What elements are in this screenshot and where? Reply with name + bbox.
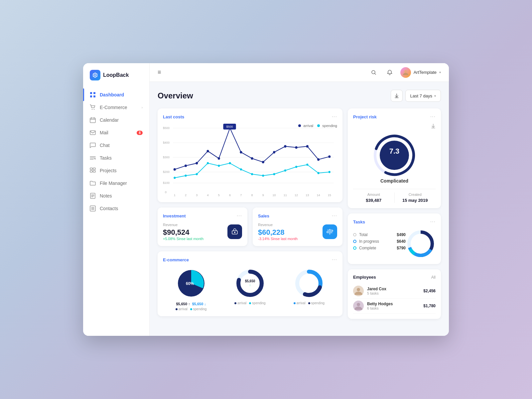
svg-text:↑: ↑	[249, 284, 251, 287]
svg-text:10: 10	[273, 193, 276, 197]
sidebar-item-ecommerce[interactable]: E-Commerce ›	[83, 101, 149, 114]
chart-legend: arrival spending	[298, 124, 337, 128]
svg-point-52	[284, 170, 286, 172]
svg-text:14: 14	[317, 193, 320, 197]
svg-text:$500: $500	[226, 125, 233, 128]
employee-avatar-2	[353, 301, 364, 311]
sidebar-item-label: E-Commerce	[100, 105, 127, 110]
sidebar-item-notes[interactable]: Notes	[83, 190, 149, 202]
sales-menu[interactable]: ···	[332, 213, 337, 219]
ecommerce-title: E-commerce	[163, 257, 189, 262]
logo[interactable]: LoopBack	[83, 63, 149, 86]
sidebar-item-label: Projects	[100, 168, 117, 173]
main-area: ≡ Ar	[150, 63, 449, 336]
svg-text:13: 13	[306, 193, 309, 197]
sidebar-item-contacts[interactable]: Contacts	[83, 202, 149, 215]
svg-point-53	[295, 166, 297, 168]
total-dot	[353, 233, 356, 236]
sidebar-item-label: Tasks	[100, 155, 112, 161]
svg-text:4: 4	[207, 193, 209, 197]
investment-menu[interactable]: ···	[237, 213, 242, 219]
user-name: ArtTemplate	[414, 70, 437, 75]
sales-value: $60,228	[258, 228, 298, 237]
sidebar: LoopBack Dashboard E-Commerce ›	[83, 63, 150, 336]
download-button[interactable]	[391, 90, 403, 102]
chat-icon	[90, 142, 96, 148]
tasks-donut	[406, 229, 436, 259]
employee-avatar-1	[353, 286, 364, 296]
svg-text:8: 8	[251, 193, 253, 197]
project-risk-menu[interactable]: ···	[430, 114, 436, 120]
notification-button[interactable]	[384, 67, 395, 78]
mail-badge: 8	[137, 131, 143, 135]
content-header: Overview Last 7 days ▾	[158, 90, 441, 102]
investment-title: Investment	[163, 213, 186, 218]
svg-text:12: 12	[295, 193, 298, 197]
mail-icon	[90, 130, 96, 136]
svg-rect-8	[90, 168, 92, 170]
svg-point-63	[240, 151, 242, 154]
project-risk-title: Project risk	[353, 114, 377, 119]
hamburger-button[interactable]: ≡	[158, 69, 161, 76]
svg-point-44	[196, 173, 198, 176]
employees-title: Employees	[353, 275, 376, 280]
svg-text:9: 9	[262, 193, 264, 197]
ecommerce-menu[interactable]: ···	[332, 257, 337, 263]
investment-card: Investment ··· Revenue $90,524 +5.08% Si…	[158, 207, 247, 246]
last-costs-menu[interactable]: ···	[332, 114, 337, 120]
svg-point-49	[251, 173, 253, 176]
ecomm-chart-3: arrival spending	[281, 267, 337, 311]
investment-revenue-label: Revenue	[163, 223, 203, 227]
employee-amount-2: $1,780	[423, 304, 436, 308]
folder-icon	[90, 180, 96, 186]
svg-point-60	[207, 150, 209, 153]
svg-point-47	[229, 162, 231, 165]
period-selector[interactable]: Last 7 days ▾	[405, 90, 441, 102]
svg-point-94	[357, 288, 360, 291]
chevron-right-icon: ›	[142, 106, 143, 109]
sidebar-item-tasks[interactable]: Tasks	[83, 152, 149, 164]
period-chevron: ▾	[434, 94, 436, 98]
sidebar-item-label: Notes	[100, 193, 112, 199]
top-header: ≡ Ar	[150, 63, 449, 82]
ecommerce-card: E-commerce ··· 60%	[158, 251, 342, 316]
svg-point-4	[92, 109, 92, 110]
sidebar-item-projects[interactable]: Projects	[83, 164, 149, 177]
svg-text:$200: $200	[163, 170, 170, 174]
header-actions: Last 7 days ▾	[391, 90, 441, 102]
search-button[interactable]	[368, 67, 379, 78]
svg-text:0: 0	[165, 190, 167, 194]
employee-amount-1: $2,456	[423, 289, 436, 293]
sidebar-item-calendar[interactable]: Calendar	[83, 114, 149, 126]
user-menu[interactable]: ArtTemplate ▾	[400, 67, 441, 78]
download-icon	[394, 93, 399, 98]
svg-point-75	[234, 232, 235, 233]
risk-footer: Amount $39,487 Created 15 may 2019	[353, 189, 436, 203]
tasks-legend: Total $490 In progress $640	[353, 232, 406, 252]
svg-text:15: 15	[328, 193, 331, 197]
risk-gauge: 7.3 Complicated	[353, 131, 436, 188]
sidebar-item-chat[interactable]: Chat	[83, 139, 149, 152]
svg-text:$100: $100	[163, 181, 170, 185]
sidebar-item-filemanager[interactable]: File Manager	[83, 177, 149, 190]
sales-revenue-label: Revenue	[258, 223, 298, 227]
last-costs-card: Last costs ··· arrival	[158, 108, 342, 202]
bottom-cards-row: Investment ··· Revenue $90,524 +5.08% Si…	[158, 207, 342, 246]
inprogress-dot	[353, 240, 356, 243]
calendar-icon	[90, 117, 96, 123]
employee-info-2: Betty Hodges 6 tasks	[367, 302, 420, 310]
svg-point-69	[306, 145, 309, 148]
svg-text:7.3: 7.3	[389, 147, 400, 155]
ecomm-labels-1: arrival spending	[176, 307, 206, 311]
sidebar-item-dashboard[interactable]: Dashboard	[83, 88, 149, 101]
search-icon	[371, 70, 376, 75]
svg-point-15	[404, 70, 407, 73]
sidebar-item-mail[interactable]: Mail 8	[83, 126, 149, 139]
employees-all-link[interactable]: All	[431, 275, 436, 280]
tasks-menu[interactable]: ···	[430, 219, 436, 225]
risk-download-icon[interactable]	[431, 124, 436, 128]
legend-spending: spending	[317, 124, 337, 128]
svg-text:60%: 60%	[186, 281, 194, 286]
svg-rect-3	[93, 95, 95, 97]
last-costs-title: Last costs	[163, 114, 184, 119]
